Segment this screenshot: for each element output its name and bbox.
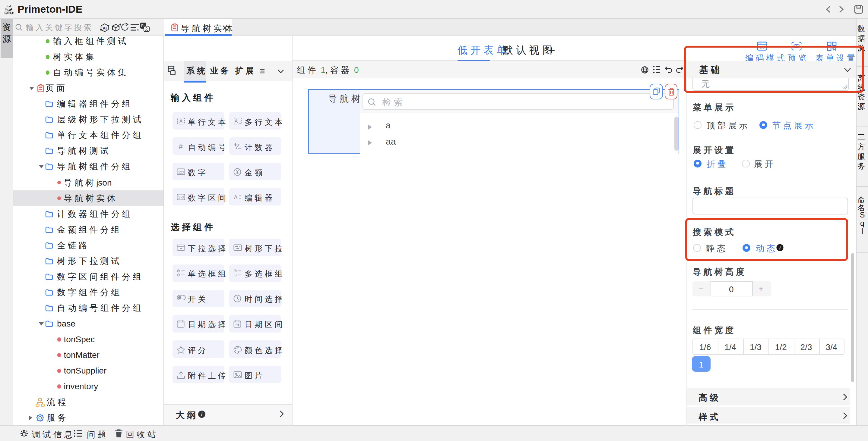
svg-text:i: i <box>201 411 203 417</box>
svg-text:1~3: 1~3 <box>178 196 183 199</box>
svg-text:A: A <box>234 118 238 124</box>
svg-text:文: 文 <box>145 27 148 31</box>
svg-text:#: # <box>178 142 183 150</box>
svg-text:A: A <box>179 118 183 124</box>
svg-text:AI: AI <box>102 26 106 30</box>
svg-text:123: 123 <box>178 170 184 174</box>
svg-text:A: A <box>234 194 237 200</box>
